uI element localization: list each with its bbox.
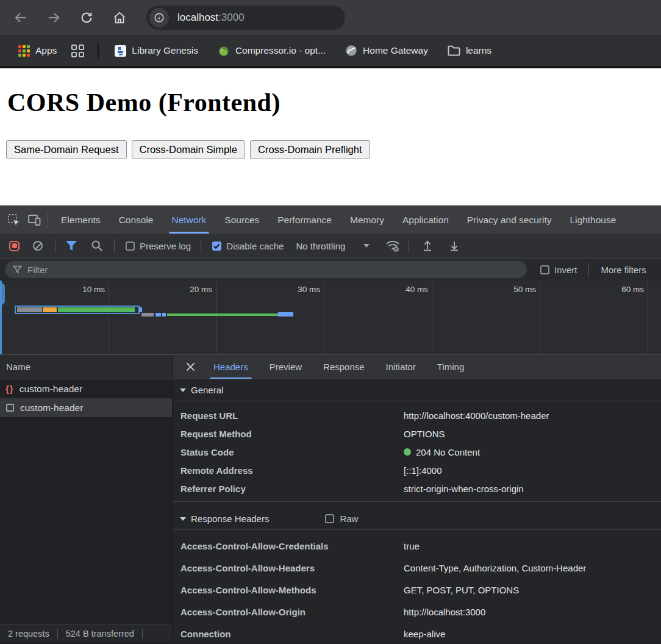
close-icon [186,362,195,371]
import-har-icon[interactable] [421,240,434,252]
header-name: Remote Address [173,465,404,476]
preserve-log-checkbox[interactable] [126,242,135,251]
inspect-element-button[interactable] [4,210,24,231]
filter-funnel-icon[interactable] [65,240,77,251]
header-row-access-control-allow-headers: Access-Control-Allow-HeadersContent-Type… [173,557,661,579]
network-conditions-icon[interactable] [385,239,400,252]
header-row-request-url: Request URLhttp://localhost:4000/custom-… [173,406,661,424]
overview-window-handle[interactable] [0,283,5,305]
throttling-select[interactable]: No throttling [296,241,345,251]
name-column-label: Name [6,362,30,372]
response-headers-title: Response Headers [191,513,269,524]
general-section-header[interactable]: General [173,379,661,401]
bookmark-folder-learns[interactable]: learns [448,45,491,56]
raw-checkbox[interactable] [325,514,334,523]
header-value: http://localhost:3000 [404,607,485,617]
waterfall-bar [58,307,135,312]
close-details-button[interactable] [180,355,201,379]
request-row-selected[interactable]: custom-header [0,398,172,417]
record-icon [12,243,17,248]
name-column-header[interactable]: Name [0,355,173,379]
search-icon[interactable] [91,240,103,252]
home-icon [113,11,126,24]
detail-tab-headers[interactable]: Headers [205,355,257,379]
timeline-tick-label: 10 ms [62,285,105,294]
back-icon [13,10,28,25]
throttling-caret-icon[interactable] [363,244,370,248]
invert-checkbox[interactable] [540,265,549,274]
detail-tab-initiator[interactable]: Initiator [377,355,424,379]
header-row-access-control-allow-methods: Access-Control-Allow-MethodsGET, POST, P… [173,579,661,601]
toolbar-divider [114,239,115,252]
header-name: Status Code [173,447,404,457]
devtools-tab-privacy-and-security[interactable]: Privacy and security [458,206,561,234]
apps-label: Apps [35,45,57,56]
toolbar-divider [55,239,55,252]
detail-tab-response[interactable]: Response [315,355,373,379]
bookmark-compressor-io[interactable]: Compressor.io - opt... [218,45,326,57]
url-port: :3000 [218,12,245,23]
reload-button[interactable] [74,5,99,30]
clear-network-log-button[interactable] [33,241,43,251]
url-host: localhost [177,12,218,23]
forward-button[interactable] [41,5,66,30]
header-value: [::1]:4000 [404,465,442,476]
timeline-gridline [324,281,324,354]
export-har-icon[interactable] [448,240,460,252]
page-content: CORS Demo (Frontend) Same-Domain Request… [0,68,661,206]
response-headers-section: Response Headers Raw Access-Control-Allo… [173,508,661,642]
disable-cache-checkbox[interactable] [212,242,221,251]
transferred-size: 524 B transferred [58,629,142,639]
filter-input[interactable]: Filter [5,261,527,278]
address-bar[interactable]: localhost:3000 [146,5,345,30]
request-details-panel: General Request URLhttp://localhost:4000… [173,379,661,642]
bookmarks-bar: Apps Library Genesis Compressor.io - opt… [0,35,661,68]
tab-groups-icon[interactable] [71,45,84,57]
forward-icon [46,10,61,25]
devtools-tab-sources[interactable]: Sources [215,206,268,234]
browser-toolbar: localhost:3000 [0,0,661,35]
timeline-gridline [648,281,648,354]
network-status-bar: 2 requests 524 B transferred [0,624,172,642]
response-headers-section-header[interactable]: Response Headers Raw [173,508,661,530]
devtools-tab-elements[interactable]: Elements [52,206,110,234]
devtools-tab-console[interactable]: Console [110,206,163,234]
waterfall-bar [141,313,154,317]
cross-domain-simple-button[interactable]: Cross-Domain Simple [132,140,245,159]
network-filter-row: Filter Invert More filters [0,259,661,281]
devtools-tab-lighthouse[interactable]: Lighthouse [560,206,625,234]
detail-tab-preview[interactable]: Preview [261,355,310,379]
device-toolbar-button[interactable] [24,210,45,231]
header-name: Access-Control-Allow-Methods [173,585,404,595]
header-row-request-method: Request MethodOPTIONS [173,424,661,443]
same-domain-request-button[interactable]: Same-Domain Request [6,140,127,159]
device-toolbar-icon [27,213,42,227]
timeline-tick-label: 20 ms [170,285,212,294]
devtools-tab-application[interactable]: Application [393,206,458,234]
devtools-tab-network[interactable]: Network [163,206,216,234]
header-name: Access-Control-Allow-Credentials [173,541,404,551]
devtools-tab-memory[interactable]: Memory [341,206,393,234]
home-button[interactable] [107,5,132,30]
network-overview-timeline[interactable]: 10 ms20 ms30 ms40 ms50 ms60 ms [0,281,661,355]
bookmark-library-genesis[interactable]: Library Genesis [115,45,198,57]
devtools-tab-performance[interactable]: Performance [268,206,341,234]
network-toolbar: Preserve log Disable cache No throttling [0,234,661,259]
site-info-button[interactable] [149,8,169,27]
header-name: Connection [173,629,404,639]
general-rows: Request URLhttp://localhost:4000/custom-… [173,401,661,502]
cross-domain-preflight-button[interactable]: Cross-Domain Preflight [250,140,370,159]
bookmarks-divider [98,43,99,59]
timeline-gridline [109,281,109,354]
bookmark-home-gateway[interactable]: Home Gateway [345,45,428,57]
detail-tab-timing[interactable]: Timing [429,355,473,379]
requests-count: 2 requests [0,629,57,639]
invert-label: Invert [554,265,577,275]
request-row[interactable]: {} custom-header [0,379,172,398]
more-filters-label[interactable]: More filters [601,265,646,275]
raw-toggle: Raw [325,513,358,524]
record-network-log-button[interactable] [9,241,20,251]
back-button[interactable] [9,5,33,30]
chevron-down-icon [180,517,186,521]
apps-shortcut[interactable]: Apps [18,45,57,57]
